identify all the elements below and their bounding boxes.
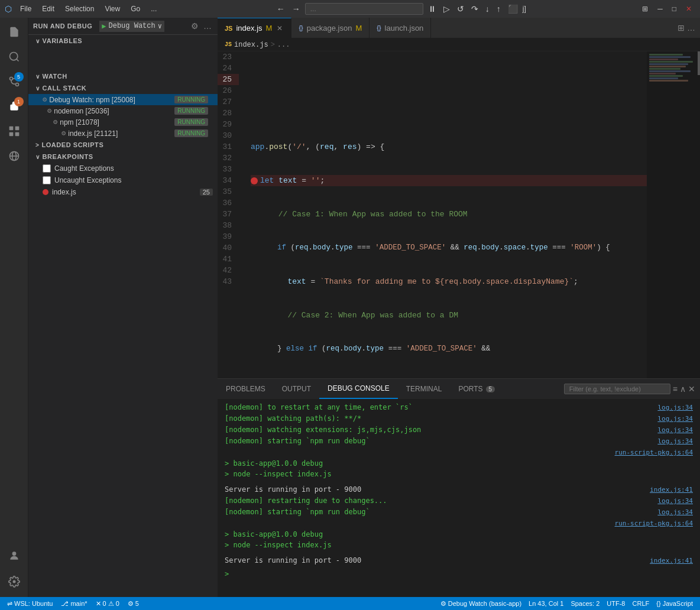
debug-more-btn[interactable]: …	[202, 20, 213, 32]
svg-point-0	[9, 53, 17, 60]
console-link[interactable]: index.js:41	[650, 485, 693, 495]
nav-forward-btn[interactable]: →	[290, 3, 303, 15]
debug-stepout-btn[interactable]: ↑	[494, 3, 503, 15]
activity-extensions[interactable]	[2, 119, 26, 143]
panel-close-btn[interactable]: ✕	[688, 384, 695, 394]
code-line-28: text = `Thanks for adding me to ${req.bo…	[251, 276, 647, 287]
debug-stepinto-btn[interactable]: ↓	[483, 3, 492, 15]
console-link[interactable]: run-script-pkg.js:64	[615, 447, 693, 458]
minimize-btn[interactable]: ─	[654, 4, 666, 14]
panel-layout-btn[interactable]: ≡	[673, 384, 678, 394]
console-link[interactable]: log.js:34	[657, 414, 693, 424]
console-link[interactable]: log.js:34	[657, 496, 693, 507]
svg-rect-6	[9, 132, 13, 137]
activity-account[interactable]	[2, 544, 26, 567]
code-content[interactable]: app.post('/', (req, res) => { let text =…	[246, 51, 647, 378]
status-encoding[interactable]: UTF-8	[604, 600, 627, 607]
menu-go[interactable]: Go	[126, 4, 145, 14]
uncaught-exceptions-checkbox[interactable]	[43, 176, 51, 184]
tab-launchjson[interactable]: {} launch.json	[370, 18, 431, 38]
callstack-item-0[interactable]: ⚙ Debug Watch: npm [25008] RUNNING	[28, 94, 218, 105]
status-eol[interactable]: CRLF	[630, 600, 652, 607]
panel-tab-problems[interactable]: PROBLEMS	[218, 379, 274, 399]
ports-badge: 5	[486, 386, 495, 392]
tab-packagejson-label: package.json	[307, 24, 352, 33]
activity-explorer[interactable]	[2, 20, 26, 44]
loaded-scripts-header[interactable]: > LOADED SCRIPTS	[28, 139, 218, 151]
nav-back-btn[interactable]: ←	[274, 3, 287, 15]
breakpoint-indexjs[interactable]: index.js 25	[28, 186, 218, 198]
callstack-section-header[interactable]: ∨ CALL STACK	[28, 82, 218, 94]
panel-tab-terminal[interactable]: TERMINAL	[398, 379, 451, 399]
menu-more[interactable]: ...	[146, 4, 161, 14]
status-debug-config[interactable]: ⚙ Debug Watch (basic-app)	[438, 600, 524, 608]
activity-remote[interactable]	[2, 144, 26, 168]
menu-selection[interactable]: Selection	[60, 4, 99, 14]
console-link[interactable]: log.js:34	[657, 507, 693, 518]
debug-restart-btn[interactable]: ↺	[455, 3, 466, 15]
menu-view[interactable]: View	[100, 4, 125, 14]
panel-tab-debug-console[interactable]: DEBUG CONSOLE	[319, 379, 398, 399]
debug-pause-btn[interactable]: ⏸	[426, 3, 439, 15]
command-input[interactable]	[305, 3, 423, 15]
variables-section-header[interactable]: ∨ VARIABLES	[28, 35, 218, 47]
activity-search[interactable]	[2, 45, 26, 69]
svg-rect-7	[15, 132, 19, 137]
split-editor-btn[interactable]: ⊞	[678, 23, 685, 33]
status-eol-label: CRLF	[633, 600, 650, 607]
watch-chevron-icon: ∨	[35, 73, 40, 80]
menu-file[interactable]: File	[15, 4, 36, 14]
status-debug-label: Debug Watch (basic-app)	[448, 600, 521, 607]
breakpoints-chevron-icon: ∨	[35, 154, 40, 160]
console-line-3: [nodemon] watching extensions: js,mjs,cj…	[218, 424, 700, 436]
tab-packagejson[interactable]: {} package.json M	[291, 18, 370, 38]
debug-controls: ⏸ ▷ ↺ ↷ ↓ ↑ ⬛	[426, 3, 520, 15]
more-editors-btn[interactable]: …	[687, 23, 695, 33]
debug-settings-btn[interactable]: ⚙	[190, 20, 200, 32]
activity-settings[interactable]	[2, 570, 26, 593]
line-31: 31	[218, 141, 239, 152]
minimap-scrollbar[interactable]	[698, 51, 700, 75]
debug-config-dropdown[interactable]: ▶ Debug Watch ∨	[99, 21, 164, 32]
activity-source-control[interactable]: 5	[2, 70, 26, 93]
status-spaces[interactable]: Spaces: 2	[568, 600, 602, 607]
console-link[interactable]: log.js:34	[657, 403, 693, 413]
status-language[interactable]: {} JavaScript	[654, 600, 695, 607]
debug-stop-btn[interactable]: ⬛	[505, 3, 520, 15]
status-remote[interactable]: ⇌ WSL: Ubuntu	[5, 600, 55, 608]
layout-btn[interactable]: ⊞	[639, 4, 652, 14]
console-link[interactable]: log.js:34	[657, 436, 693, 447]
line-39: 39	[218, 231, 239, 242]
loaded-scripts-label: LOADED SCRIPTS	[41, 141, 103, 148]
breakpoints-section-header[interactable]: ∨ BREAKPOINTS	[28, 151, 218, 163]
caught-exceptions-checkbox[interactable]	[43, 164, 51, 173]
debug-stepover-btn[interactable]: ↷	[469, 3, 481, 15]
tab-indexjs[interactable]: JS index.js M ✕	[218, 18, 291, 38]
console-link[interactable]: log.js:34	[657, 425, 693, 436]
menu-edit[interactable]: Edit	[37, 4, 59, 14]
status-errors[interactable]: ✕ 0 ⚠ 0	[93, 600, 122, 608]
console-link[interactable]: index.js:41	[650, 556, 693, 566]
svg-rect-4	[9, 126, 13, 131]
console-filter-input[interactable]	[564, 384, 670, 394]
panel-tab-ports[interactable]: PORTS 5	[450, 379, 503, 399]
console-link[interactable]: run-script-pkg.js:64	[615, 518, 693, 529]
breadcrumb-file[interactable]: index.js	[234, 41, 268, 49]
watch-section-header[interactable]: ∨ WATCH	[28, 70, 218, 82]
panel-up-btn[interactable]: ∧	[680, 384, 686, 394]
panel-tab-output[interactable]: OUTPUT	[274, 379, 319, 399]
maximize-btn[interactable]: □	[669, 4, 680, 14]
callstack-item-2[interactable]: ⚙ npm [21078] RUNNING	[28, 116, 218, 128]
callstack-item-1[interactable]: ⚙ nodemon [25036] RUNNING	[28, 105, 218, 116]
close-btn[interactable]: ✕	[682, 4, 695, 14]
debug-continue-btn[interactable]: ▷	[441, 3, 452, 15]
console-blank	[218, 479, 700, 484]
status-cursor[interactable]: Ln 43, Col 1	[526, 600, 566, 607]
status-debug-tasks[interactable]: ⚙ 5	[125, 600, 141, 608]
status-branch[interactable]: ⎇ main*	[59, 600, 89, 608]
activity-debug[interactable]: 1	[2, 95, 26, 118]
breakpoint-uncaught: Uncaught Exceptions	[28, 174, 218, 186]
callstack-item-3[interactable]: ⚙ index.js [21121] RUNNING	[28, 128, 218, 139]
code-line-23	[251, 108, 647, 119]
tab-indexjs-close[interactable]: ✕	[276, 24, 284, 33]
